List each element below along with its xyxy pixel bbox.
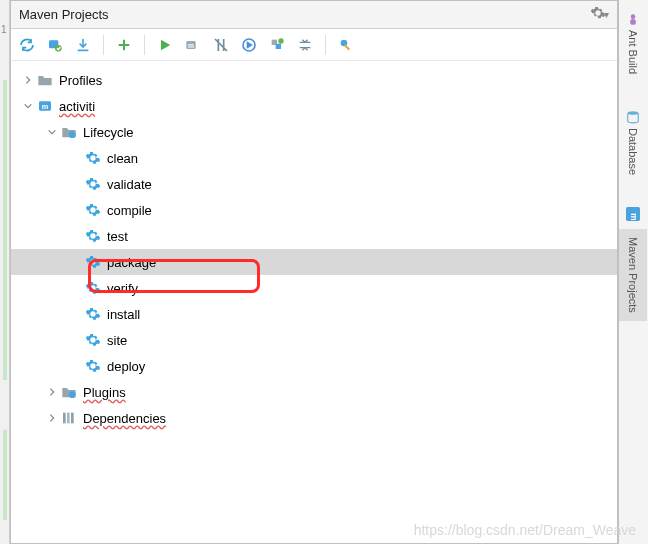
tree-label: activiti — [59, 99, 95, 114]
goal-label: compile — [107, 203, 152, 218]
vcs-marker — [3, 80, 7, 380]
svg-point-13 — [69, 391, 76, 398]
svg-point-19 — [628, 111, 639, 115]
chevron-down-icon[interactable] — [21, 99, 35, 113]
goal-label: clean — [107, 151, 138, 166]
add-project-button[interactable] — [114, 35, 134, 55]
svg-point-8 — [341, 39, 348, 46]
gear-icon — [85, 358, 101, 374]
svg-text:m: m — [629, 213, 638, 220]
tree: Profiles m activiti Lifecycle clean vali… — [11, 61, 617, 437]
library-icon — [61, 410, 77, 426]
goal-label: verify — [107, 281, 138, 296]
svg-rect-14 — [63, 413, 66, 424]
tree-label: Plugins — [83, 385, 126, 400]
lifecycle-goal[interactable]: site — [11, 327, 617, 353]
gear-icon — [85, 280, 101, 296]
chevron-down-icon[interactable] — [45, 125, 59, 139]
gear-icon — [85, 202, 101, 218]
tree-node-lifecycle[interactable]: Lifecycle — [11, 119, 617, 145]
gear-icon — [85, 254, 101, 270]
chevron-right-icon[interactable] — [21, 73, 35, 87]
svg-rect-6 — [276, 43, 281, 48]
gear-icon — [85, 332, 101, 348]
lifecycle-goal[interactable]: validate — [11, 171, 617, 197]
run-config-button[interactable]: m — [183, 35, 203, 55]
toggle-profiles-button[interactable] — [267, 35, 287, 55]
svg-rect-16 — [71, 413, 74, 424]
folder-gear-icon — [61, 124, 77, 140]
goal-label: package — [107, 255, 156, 270]
goal-label: test — [107, 229, 128, 244]
vcs-marker — [3, 430, 7, 520]
watermark: https://blog.csdn.net/Dream_Weave — [414, 522, 636, 538]
tree-node-project[interactable]: m activiti — [11, 93, 617, 119]
folder-gear-icon — [61, 384, 77, 400]
refresh-button[interactable] — [17, 35, 37, 55]
svg-point-18 — [630, 19, 636, 25]
folder-icon — [37, 72, 53, 88]
lifecycle-goal[interactable]: test — [11, 223, 617, 249]
toggle-offline-button[interactable] — [211, 35, 231, 55]
right-tab-maven[interactable]: Maven Projects — [619, 229, 647, 321]
tree-label: Lifecycle — [83, 125, 134, 140]
settings-button[interactable] — [336, 35, 356, 55]
maven-module-icon: m — [37, 98, 53, 114]
svg-point-7 — [278, 38, 283, 43]
chevron-down-icon[interactable]: ▾ — [604, 9, 609, 20]
gear-icon — [85, 176, 101, 192]
toolbar: m — [11, 29, 617, 61]
goal-label: deploy — [107, 359, 145, 374]
lifecycle-goal[interactable]: deploy — [11, 353, 617, 379]
lifecycle-goal-selected[interactable]: package — [11, 249, 617, 275]
goal-label: validate — [107, 177, 152, 192]
lifecycle-goal[interactable]: verify — [11, 275, 617, 301]
gear-icon — [85, 306, 101, 322]
lifecycle-goal[interactable]: install — [11, 301, 617, 327]
panel-header: Maven Projects ▾ — [11, 1, 617, 29]
tree-label: Dependencies — [83, 411, 166, 426]
tree-label: Profiles — [59, 73, 102, 88]
right-tab-label: Ant Build — [627, 30, 639, 74]
run-button[interactable] — [155, 35, 175, 55]
right-tab-label: Maven Projects — [627, 237, 639, 313]
lifecycle-goal[interactable]: clean — [11, 145, 617, 171]
svg-rect-15 — [67, 413, 70, 424]
panel-title: Maven Projects — [19, 7, 109, 22]
right-tab-m[interactable]: m — [619, 203, 647, 225]
separator — [325, 35, 326, 55]
goal-label: site — [107, 333, 127, 348]
svg-point-17 — [631, 14, 636, 19]
gear-icon — [85, 150, 101, 166]
svg-text:m: m — [188, 41, 194, 48]
execute-goal-button[interactable] — [239, 35, 259, 55]
right-tab-ant[interactable]: Ant Build — [619, 4, 647, 82]
chevron-right-icon[interactable] — [45, 411, 59, 425]
tree-node-profiles[interactable]: Profiles — [11, 67, 617, 93]
right-tab-database[interactable]: Database — [619, 102, 647, 183]
svg-rect-9 — [344, 44, 350, 50]
download-sources-button[interactable] — [73, 35, 93, 55]
goal-label: install — [107, 307, 140, 322]
tree-node-dependencies[interactable]: Dependencies — [11, 405, 617, 431]
separator — [144, 35, 145, 55]
lifecycle-goal[interactable]: compile — [11, 197, 617, 223]
tree-node-plugins[interactable]: Plugins — [11, 379, 617, 405]
line-number: 1 — [1, 24, 7, 35]
generate-sources-button[interactable] — [45, 35, 65, 55]
svg-point-1 — [55, 45, 62, 52]
svg-text:m: m — [42, 102, 49, 111]
right-tab-label: Database — [627, 128, 639, 175]
collapse-all-button[interactable] — [295, 35, 315, 55]
separator — [103, 35, 104, 55]
gear-icon — [85, 228, 101, 244]
right-rail: Ant Build Database m Maven Projects — [618, 0, 648, 544]
svg-point-12 — [69, 131, 76, 138]
editor-gutter: 1 — [0, 0, 10, 544]
chevron-right-icon[interactable] — [45, 385, 59, 399]
maven-panel: Maven Projects ▾ m Profiles m activ — [10, 0, 618, 544]
